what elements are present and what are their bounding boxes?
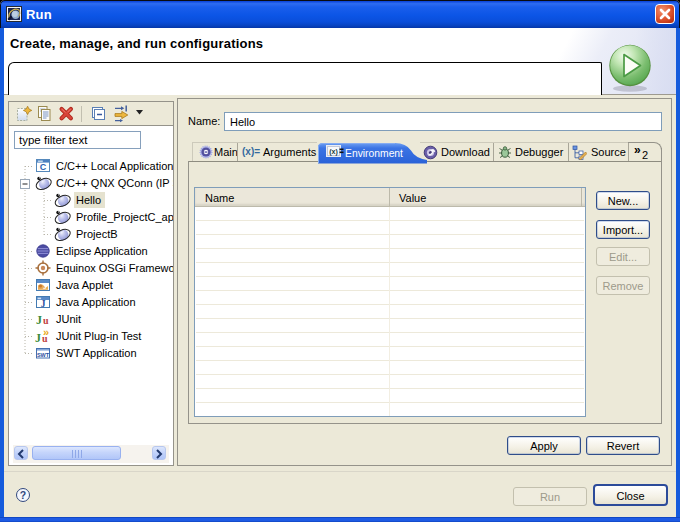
- svg-text:J: J: [36, 313, 42, 327]
- svg-text:(x): (x): [329, 148, 338, 156]
- svg-text:J: J: [41, 299, 46, 309]
- svg-text:J: J: [35, 331, 41, 345]
- svg-text:Environment: Environment: [345, 147, 403, 159]
- svg-text:C: C: [40, 162, 47, 172]
- svg-text:»: »: [43, 328, 49, 338]
- svg-text:u: u: [43, 315, 49, 326]
- svg-text:SWT: SWT: [37, 352, 50, 358]
- svg-text:J: J: [43, 282, 47, 291]
